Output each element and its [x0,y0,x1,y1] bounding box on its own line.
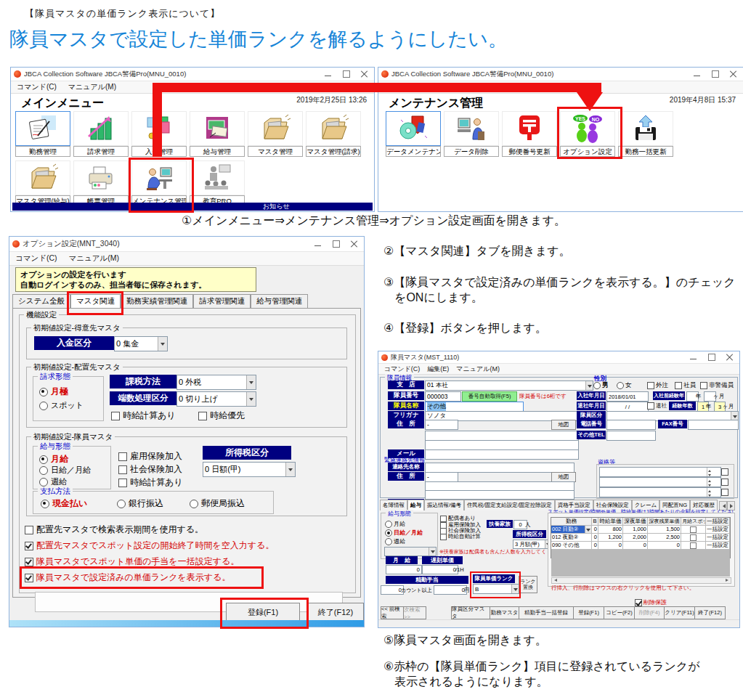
table-cell-kinmu[interactable]: 012 夜勤② [551,534,592,542]
tile-seikyu-kanri[interactable]: 請求管理 [73,111,129,157]
table-cell-zangyo[interactable]: 1,500 [648,526,681,534]
close-icon[interactable] [349,240,359,248]
copy-button[interactable]: コピー(F2) [604,606,635,619]
table-cell-jikyu[interactable]: 0 [598,542,623,550]
shikaku-check-2[interactable] [721,479,728,486]
tile-kyuyo-kanri[interactable]: 給与管理 [190,111,245,157]
minimize-icon[interactable] [692,70,702,78]
fax-field[interactable] [688,420,739,430]
nyusha-field[interactable]: 2018/01/01 [606,391,649,402]
spinner-icon[interactable] [707,478,713,487]
checkbox-tanka-rank-hyoji[interactable]: 隊員マスタで設定済みの単価ランクを表示する。 [25,571,230,584]
tile-master-kanri[interactable]: マスタ管理 [248,111,303,157]
checkbox-delete-protect[interactable]: 削除保護 [635,598,667,606]
tile-mainten-kanri[interactable]: メンテナンス管理 [131,160,187,206]
table-cell-kinmu[interactable]: 090 その他 [551,542,592,550]
tile-master-kanri-kyuyo[interactable]: マスタ管理(給与) [15,160,70,206]
tab-system-zenpan[interactable]: システム全般 [12,294,70,308]
tab-juminzei[interactable]: 住民税/固定支給設定/固定控除設定 [464,500,555,510]
kazei-hoho-select[interactable]: 0 外税 [176,375,256,390]
tab-seikyu-kanren[interactable]: 請求管理関連 [193,294,251,308]
tile-master-kanri-seikyu[interactable]: マスタ管理(請求) [306,111,361,157]
checkbox-shain[interactable]: 社員 [675,381,696,390]
checkbox-gaichu[interactable]: 外注 [647,381,668,390]
tile-data-maintenance[interactable]: データメンテナンス [386,111,441,157]
table-cell-gekkyu-spot[interactable] [681,526,706,534]
minimize-icon[interactable] [313,240,322,248]
tab-kinmu-jisseki[interactable]: 勤務実績管理関連 [121,294,193,308]
next-search-button[interactable]: 次検索 >> [403,606,426,619]
checkbox-kensaku-kikan[interactable]: 配置先マスタで検索表示期間を使用する。 [25,524,203,536]
tile-option-settings[interactable]: YESNO オプション設定 [560,111,615,157]
spinner-icon[interactable] [707,468,713,476]
batch-set-button[interactable]: 一括設定 [706,534,730,542]
radio-spot[interactable]: スポット [39,400,84,411]
table-cell-shinya[interactable]: 1,000 [623,526,648,534]
chevron-down-icon[interactable] [585,381,593,390]
pay-sub-select[interactable] [384,547,437,556]
close-icon[interactable] [360,70,369,78]
taiin-tanka-rank-select[interactable]: B [473,584,519,594]
maximize-icon[interactable] [710,70,720,78]
table-cell-gekkyu-spot[interactable] [681,534,706,542]
chikoku-field[interactable]: 0 [422,565,458,574]
radio-ginko[interactable]: 銀行振込 [117,497,163,510]
tab-meibo-joho[interactable]: 名簿情報 [380,500,407,510]
checkbox-taisha[interactable]: 退社 [647,402,667,410]
menu-edit[interactable]: 編集(E) [427,365,449,374]
menu-manual[interactable]: マニュアル(M) [69,253,119,264]
register-button[interactable]: 登録(F1) [226,603,300,622]
taiin-meisho-field[interactable]: その他 [425,402,524,412]
checkbox-shakai-hoken[interactable]: 社会保険加入 [118,463,182,476]
checkbox-jikyu-keisan-2[interactable]: 時給計算あり [118,476,183,489]
batch-set-button[interactable]: 一括設定 [706,542,730,550]
prev-search-button[interactable]: << 前検索 [381,606,404,619]
checkbox-jikyu-yusen[interactable]: 時給優先 [198,410,245,422]
menu-manual[interactable]: マニュアル(M) [456,365,500,374]
chevron-down-icon[interactable] [246,392,256,406]
chevron-down-icon[interactable] [429,548,436,555]
pay-shotoku-select[interactable]: 3 月額(甲) [513,540,552,549]
radio-getsugoku[interactable]: 月極 [39,386,68,398]
clear-button[interactable]: クリア(F11) [664,606,695,619]
sonota-tel-field[interactable] [606,431,656,441]
minimize-icon[interactable] [323,70,333,78]
radio-yubinkyoku[interactable]: 郵便局振込 [190,497,245,510]
batch-set-button[interactable]: 一括設定 [706,526,730,534]
renrakusaki-field[interactable] [425,463,574,473]
table-cell-jikyu[interactable]: 800 [598,526,623,534]
register-button[interactable]: 登録(F1) [573,606,604,619]
auto-number-button[interactable]: 番号自動取得(F5) [462,391,517,402]
map-button[interactable]: 地図 [551,420,576,430]
maximize-icon[interactable] [707,353,716,362]
shikaku-field-2[interactable] [599,477,721,487]
checkbox-icon[interactable] [690,542,697,549]
tile-kyoiku-pro[interactable]: 教育PRO [190,160,245,206]
tile-chohyo-kanri[interactable]: 帳票管理 [73,160,129,206]
taisha-field[interactable]: / / [606,402,649,412]
table-cell-kinmu[interactable]: 002 日勤② [551,526,592,534]
gekkyu-field[interactable]: 0 [386,565,422,574]
denwa-field[interactable] [606,420,656,430]
checkbox-icon[interactable] [690,526,697,533]
kinkyu-postal-field[interactable]: - [425,472,458,482]
checkbox-icon[interactable] [690,534,697,541]
table-cell-zangyo[interactable]: 0 [648,542,681,550]
menu-command[interactable]: コマンド(C) [15,253,57,264]
checkbox-koyo-hoken[interactable]: 雇用保険加入 [118,450,182,463]
checkbox-jikyu-auto[interactable]: 時給自動計算 [440,533,481,540]
tile-postal-update[interactable]: 郵便番号更新 [502,111,557,157]
shotokuzei-select[interactable]: 0 日額(甲) [203,462,296,477]
delete-button[interactable]: 削除(F4) [634,606,665,619]
menu-command[interactable]: コマンド(C) [17,82,57,92]
tile-data-delete[interactable]: データ削除 [444,111,499,157]
tab-kyuyo[interactable]: 給与 [407,500,424,510]
tab-kyuyo-kanren[interactable]: 給与管理関連 [251,294,308,308]
radio-pay-gekkyu[interactable]: 月給 [385,520,405,528]
table-cell-shinya[interactable]: 2,000 [623,534,648,542]
menu-manual[interactable]: マニュアル(M) [68,82,116,92]
close-icon[interactable] [725,353,734,362]
chevron-down-icon[interactable] [285,463,295,476]
taiin-bango-field[interactable]: 000003 [425,391,461,402]
exit-button[interactable]: 終了(F12) [694,606,726,619]
